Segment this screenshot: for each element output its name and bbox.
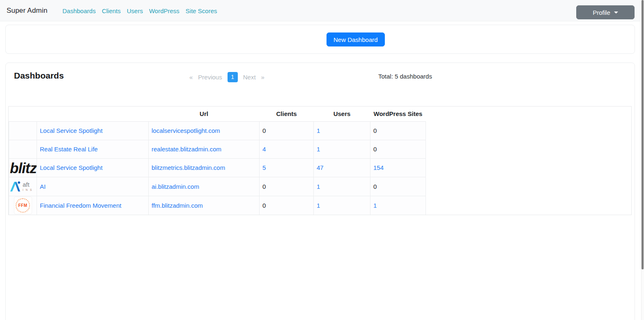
scrollbar-track xyxy=(641,0,644,320)
profile-button-label: Profile xyxy=(593,9,610,16)
users-count-cell: 1 xyxy=(314,177,370,196)
dashboard-name-link[interactable]: AI xyxy=(40,183,46,190)
pagination-first[interactable]: « xyxy=(189,74,193,81)
clients-count-cell: 0 xyxy=(260,196,314,215)
header-wordpress-sites: WordPress Sites xyxy=(370,107,426,121)
header-url: Url xyxy=(149,107,260,121)
dashboard-name-link[interactable]: Local Service Spotlight xyxy=(40,164,103,171)
dashboard-name-link[interactable]: Real Estate Real Life xyxy=(40,146,98,153)
clients-count[interactable]: 5 xyxy=(262,164,266,171)
users-count[interactable]: 1 xyxy=(317,146,320,153)
clients-count-cell: 0 xyxy=(260,121,314,140)
users-count-cell: 1 xyxy=(314,121,370,140)
dashboard-logo-cell xyxy=(9,121,37,140)
dashboard-name-link[interactable]: Financial Freedom Movement xyxy=(40,202,121,209)
main-nav: Dashboards Clients Users WordPress Site … xyxy=(62,0,217,21)
clients-count: 0 xyxy=(262,183,266,190)
dashboard-logo-cell: FFM xyxy=(9,196,37,215)
dashboard-url-link[interactable]: ffm.blitzadmin.com xyxy=(152,202,203,209)
dashboard-logo-cell: aftI N S xyxy=(9,177,37,196)
dashboard-logo-cell: blitz xyxy=(9,158,37,177)
dashboard-url-link[interactable]: ai.blitzadmin.com xyxy=(152,183,199,190)
ai-logo-mark-icon xyxy=(9,181,21,192)
dashboard-url-link[interactable]: blitzmetrics.blitzadmin.com xyxy=(152,164,225,171)
scrollbar-thumb[interactable] xyxy=(642,0,644,269)
dashboards-table-container: Url Clients Users WordPress Sites Local … xyxy=(8,106,632,215)
dashboard-url-link[interactable]: realestate.blitzadmin.com xyxy=(152,146,221,153)
wordpress-count: 0 xyxy=(373,146,377,153)
top-navbar: Super Admin Dashboards Clients Users Wor… xyxy=(0,0,644,21)
users-count-cell: 47 xyxy=(314,158,370,177)
wordpress-sites-count-cell: 154 xyxy=(370,158,426,177)
wordpress-count[interactable]: 1 xyxy=(373,202,377,209)
dashboard-logo-cell xyxy=(9,140,37,158)
nav-item-dashboards[interactable]: Dashboards xyxy=(62,7,96,14)
header-users: Users xyxy=(314,107,370,121)
dashboard-name-link[interactable]: Local Service Spotlight xyxy=(40,127,103,134)
blitz-logo: blitz xyxy=(10,160,37,175)
new-dashboard-card: New Dashboard xyxy=(5,25,635,54)
dashboards-table: Url Clients Users WordPress Sites Local … xyxy=(9,107,426,215)
page: Super Admin Dashboards Clients Users Wor… xyxy=(0,0,644,320)
app-brand: Super Admin xyxy=(7,0,48,21)
wordpress-sites-count-cell: 0 xyxy=(370,140,426,158)
pagination-next[interactable]: Next xyxy=(243,74,256,81)
dashboards-card: Dashboards « Previous 1 Next » Total: 5 … xyxy=(5,63,635,320)
wordpress-sites-count-cell: 0 xyxy=(370,121,426,140)
nav-item-wordpress[interactable]: WordPress xyxy=(149,7,179,14)
nav-item-clients[interactable]: Clients xyxy=(102,7,121,14)
chevron-down-icon xyxy=(614,12,618,14)
clients-count-cell: 0 xyxy=(260,177,314,196)
wordpress-count: 0 xyxy=(373,127,377,134)
nav-item-users[interactable]: Users xyxy=(127,7,143,14)
wordpress-count[interactable]: 154 xyxy=(373,164,384,171)
users-count[interactable]: 47 xyxy=(317,164,324,171)
pagination-current-page[interactable]: 1 xyxy=(228,72,238,82)
header-logo xyxy=(9,107,37,121)
table-row: aftI N S AI ai.blitzadmin.com 0 1 0 xyxy=(9,177,426,196)
table-row: FFM Financial Freedom Movement ffm.blitz… xyxy=(9,196,426,215)
users-count-cell: 1 xyxy=(314,140,370,158)
nav-item-site-scores[interactable]: Site Scores xyxy=(186,7,217,14)
new-dashboard-button[interactable]: New Dashboard xyxy=(327,32,385,46)
page-title: Dashboards xyxy=(14,71,64,81)
wordpress-sites-count-cell: 0 xyxy=(370,177,426,196)
dashboard-url-link[interactable]: localservicespotlight.com xyxy=(152,127,220,134)
users-count[interactable]: 1 xyxy=(317,202,320,209)
clients-count-cell: 5 xyxy=(260,158,314,177)
pagination: « Previous 1 Next » xyxy=(189,72,264,82)
profile-dropdown-button[interactable]: Profile xyxy=(576,5,635,19)
dashboards-table-body: Local Service Spotlight localservicespot… xyxy=(9,121,426,215)
header-clients: Clients xyxy=(260,107,314,121)
wordpress-count: 0 xyxy=(373,183,377,190)
table-row: blitz Local Service Spotlight blitzmetri… xyxy=(9,158,426,177)
clients-count: 0 xyxy=(262,202,266,209)
table-row: Local Service Spotlight localservicespot… xyxy=(9,121,426,140)
users-count[interactable]: 1 xyxy=(317,183,320,190)
ffm-logo: FFM xyxy=(14,197,32,214)
clients-count[interactable]: 4 xyxy=(262,146,266,153)
header-name xyxy=(37,107,149,121)
ai-company-logo: aftI N S xyxy=(9,178,36,195)
ai-logo-text: aftI N S xyxy=(23,181,32,191)
pagination-previous[interactable]: Previous xyxy=(198,74,222,81)
clients-count-cell: 4 xyxy=(260,140,314,158)
users-count-cell: 1 xyxy=(314,196,370,215)
users-count[interactable]: 1 xyxy=(317,127,320,134)
pagination-last[interactable]: » xyxy=(261,74,264,81)
clients-count: 0 xyxy=(262,127,266,134)
table-header-row: Url Clients Users WordPress Sites xyxy=(9,107,426,121)
total-dashboards-label: Total: 5 dashboards xyxy=(378,73,432,80)
table-row: Real Estate Real Life realestate.blitzad… xyxy=(9,140,426,158)
wordpress-sites-count-cell: 1 xyxy=(370,196,426,215)
